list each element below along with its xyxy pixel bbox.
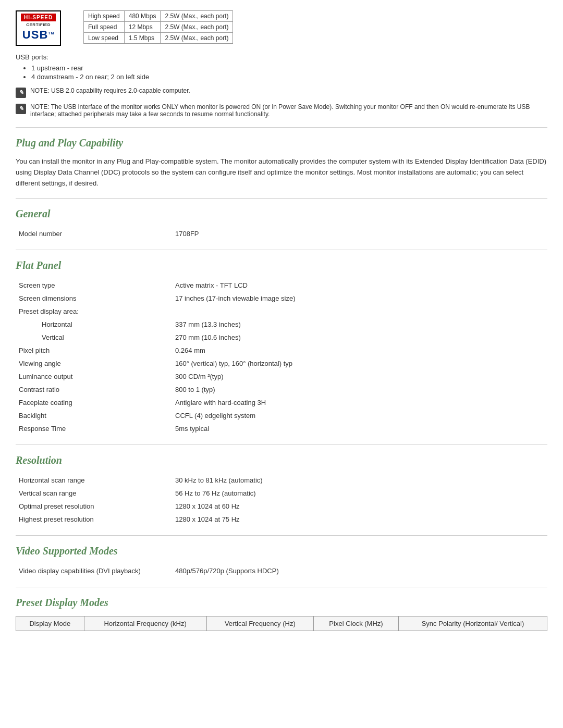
speed-type-2: Full speed: [84, 22, 125, 33]
spec-value: Antiglare with hard-coating 3H: [172, 396, 547, 409]
flat-panel-section: Flat Panel Screen typeActive matrix - TF…: [16, 260, 547, 435]
power-val-1: 2.5W (Max., each port): [161, 11, 233, 22]
speed-type-3: Low speed: [84, 33, 125, 44]
table-row: Horizontal scan range30 kHz to 81 kHz (a…: [16, 474, 547, 487]
flat-panel-title: Flat Panel: [16, 260, 547, 272]
spec-value: Active matrix - TFT LCD: [172, 279, 547, 292]
col-sync-polarity: Sync Polarity (Horizontal/ Vertical): [398, 616, 547, 631]
table-row: Screen typeActive matrix - TFT LCD: [16, 279, 547, 292]
general-title: General: [16, 208, 547, 220]
spec-value-model: 1708FP: [172, 227, 547, 240]
col-horiz-freq: Horizontal Frequency (kHz): [84, 616, 206, 631]
spec-value: 56 Hz to 76 Hz (automatic): [172, 487, 547, 500]
preset-display-title: Preset Display Modes: [16, 597, 547, 609]
tm-sup: TM: [48, 31, 54, 35]
spec-label: Screen dimensions: [16, 292, 172, 305]
usb-logo: HI-SPEED CERTIFIED USBTM: [16, 10, 73, 46]
certified-label: CERTIFIED: [26, 22, 51, 28]
spec-value: 300 CD/m ²(typ): [172, 370, 547, 383]
spec-label: Response Time: [16, 422, 172, 435]
speed-val-3: 1.5 Mbps: [124, 33, 161, 44]
hi-speed-label: HI-SPEED: [21, 14, 56, 21]
spec-value: 1280 x 1024 at 75 Hz: [172, 513, 547, 526]
speed-val-1: 480 Mbps: [124, 11, 161, 22]
divider-4: [16, 445, 547, 445]
divider-6: [16, 587, 547, 587]
resolution-section: Resolution Horizontal scan range30 kHz t…: [16, 454, 547, 526]
table-row: Horizontal337 mm (13.3 inches): [16, 318, 547, 331]
note-block-1: ✎ NOTE: USB 2.0 capability requires 2.0-…: [16, 87, 547, 98]
note-icon-2: ✎: [16, 104, 26, 114]
spec-label: Faceplate coating: [16, 396, 172, 409]
power-val-3: 2.5W (Max., each port): [161, 33, 233, 44]
spec-value: 800 to 1 (typ): [172, 383, 547, 396]
table-row: Highest preset resolution1280 x 1024 at …: [16, 513, 547, 526]
spec-label: Optimal preset resolution: [16, 500, 172, 513]
spec-value: 17 inches (17-inch viewable image size): [172, 292, 547, 305]
video-modes-section: Video Supported Modes Video display capa…: [16, 545, 547, 577]
spec-label: Pixel pitch: [16, 344, 172, 357]
table-row: Screen dimensions17 inches (17-inch view…: [16, 292, 547, 305]
spec-label: Viewing angle: [16, 357, 172, 370]
table-row: BacklightCCFL (4) edgelight system: [16, 409, 547, 422]
list-item: 1 upstream - rear: [31, 64, 547, 72]
note-text-1: NOTE: USB 2.0 capability requires 2.0-ca…: [30, 87, 190, 94]
col-pixel-clock: Pixel Clock (MHz): [314, 616, 399, 631]
divider-2: [16, 198, 547, 199]
plug-play-section: Plug and Play Capability You can install…: [16, 137, 547, 189]
plug-play-desc: You can install the monitor in any Plug …: [16, 156, 547, 189]
general-spec-table: Model number 1708FP: [16, 227, 547, 240]
spec-label: Screen type: [16, 279, 172, 292]
spec-label: Vertical: [16, 331, 172, 344]
spec-label: Preset display area:: [16, 305, 172, 318]
table-row: Pixel pitch0.264 mm: [16, 344, 547, 357]
list-item: 4 downstream - 2 on rear; 2 on left side: [31, 73, 547, 81]
spec-value: 1280 x 1024 at 60 Hz: [172, 500, 547, 513]
usb-speed-table: High speed 480 Mbps 2.5W (Max., each por…: [83, 10, 233, 44]
resolution-title: Resolution: [16, 454, 547, 466]
note-icon-1: ✎: [16, 88, 26, 98]
spec-value: 337 mm (13.3 inches): [172, 318, 547, 331]
video-modes-title: Video Supported Modes: [16, 545, 547, 557]
spec-value: 160° (vertical) typ, 160° (horizontal) t…: [172, 357, 547, 370]
general-section: General Model number 1708FP: [16, 208, 547, 240]
table-row: Contrast ratio800 to 1 (typ): [16, 383, 547, 396]
spec-value: 0.264 mm: [172, 344, 547, 357]
resolution-spec-table: Horizontal scan range30 kHz to 81 kHz (a…: [16, 474, 547, 526]
table-row: Optimal preset resolution1280 x 1024 at …: [16, 500, 547, 513]
table-row: Preset display area:: [16, 305, 547, 318]
power-val-2: 2.5W (Max., each port): [161, 22, 233, 33]
table-row: Faceplate coatingAntiglare with hard-coa…: [16, 396, 547, 409]
note-block-2: ✎ NOTE: The USB interface of the monitor…: [16, 103, 547, 118]
spec-label: Vertical scan range: [16, 487, 172, 500]
table-row: Low speed 1.5 Mbps 2.5W (Max., each port…: [84, 33, 233, 44]
speed-type-1: High speed: [84, 11, 125, 22]
spec-value: 480p/576p/720p (Supports HDCP): [172, 564, 547, 577]
spec-label: Contrast ratio: [16, 383, 172, 396]
table-row: Luminance output300 CD/m ²(typ): [16, 370, 547, 383]
table-row: Viewing angle160° (vertical) typ, 160° (…: [16, 357, 547, 370]
spec-value: 30 kHz to 81 kHz (automatic): [172, 474, 547, 487]
spec-value: [172, 305, 547, 318]
note-text-2: NOTE: The USB interface of the monitor w…: [30, 103, 547, 118]
preset-display-section: Preset Display Modes Display Mode Horizo…: [16, 597, 547, 631]
spec-label: Horizontal scan range: [16, 474, 172, 487]
table-row: Vertical270 mm (10.6 inches): [16, 331, 547, 344]
col-vert-freq: Vertical Frequency (Hz): [206, 616, 314, 631]
table-header-row: Display Mode Horizontal Frequency (kHz) …: [16, 616, 547, 631]
spec-label: Video display capabilities (DVI playback…: [16, 564, 172, 577]
divider-3: [16, 250, 547, 250]
usb-section: HI-SPEED CERTIFIED USBTM High speed 480 …: [16, 10, 547, 46]
spec-label: Luminance output: [16, 370, 172, 383]
divider-5: [16, 535, 547, 536]
usb-ports-list: 1 upstream - rear 4 downstream - 2 on re…: [16, 64, 547, 81]
speed-val-2: 12 Mbps: [124, 22, 161, 33]
table-row: High speed 480 Mbps 2.5W (Max., each por…: [84, 11, 233, 22]
spec-value: 270 mm (10.6 inches): [172, 331, 547, 344]
divider-1: [16, 127, 547, 128]
video-modes-spec-table: Video display capabilities (DVI playback…: [16, 564, 547, 577]
spec-label: Highest preset resolution: [16, 513, 172, 526]
col-display-mode: Display Mode: [16, 616, 84, 631]
spec-value: CCFL (4) edgelight system: [172, 409, 547, 422]
table-row: Video display capabilities (DVI playback…: [16, 564, 547, 577]
